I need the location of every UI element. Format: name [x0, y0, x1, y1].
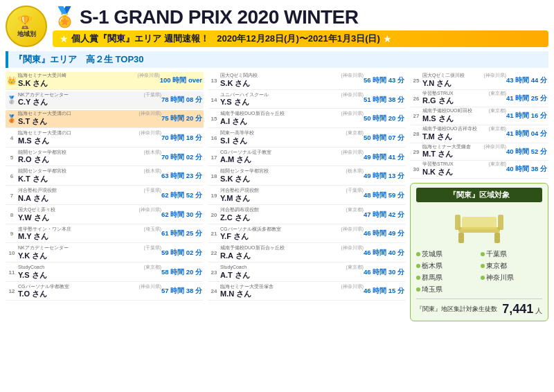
prefecture-label: (神奈川県) [341, 111, 364, 116]
time-display: 59 時間 02 分 [161, 249, 202, 258]
student-name: Y.N さん [422, 78, 506, 89]
time-display: 62 時間 30 分 [161, 211, 202, 220]
total-label: 『関東』地区集計対象生徒数 [416, 305, 497, 314]
table-row: 5能開センター学都宮校(栃木県)R.O さん70 時間 02 分 [6, 149, 204, 167]
rank-info: 城南予備校DUO新百合ヶ丘校(神奈川県)A.I さん [219, 111, 364, 127]
kanto-label: 関東 [456, 190, 472, 199]
rank-info: 関東一高等学校(東京都)S.I さん [219, 130, 364, 146]
school-name: 国大Qゼミ関内校(神奈川県) [220, 73, 364, 78]
school-name: StudyCoach(東京都) [220, 265, 364, 270]
main-title: S-1 GRAND PRIX 2020 WINTER [80, 6, 358, 28]
rank-info: 臨海セミナー大受鎌倉(神奈川県)M.T さん [421, 144, 506, 160]
rank-info: 城南予備校DUO吉祥寺校(東京都)T.M さん [421, 126, 506, 142]
prefecture-grid: 茨城県 千葉県 栃木県 東京都 群馬県 神奈川県 埼玉県 [416, 249, 542, 294]
rank-info: NKアカデミーセンター(千葉県)Y.K さん [17, 245, 161, 261]
student-name: C.Y さん [18, 97, 161, 107]
header: 🏆 地域別 🏅 S-1 GRAND PRIX 2020 WINTER ★ 個人賞… [6, 6, 548, 47]
school-name: CGパーソナル学都教室(神奈川県) [18, 284, 161, 289]
time-display: 70 時間 18 分 [161, 134, 202, 143]
table-row: 12CGパーソナル学都教室(神奈川県)T.O さん57 時間 38 分 [6, 283, 204, 301]
school-name: 国大Qゼミ二俣川校(神奈川県) [422, 73, 506, 78]
rank-number: 22 [209, 250, 219, 256]
school-name: 能開センター学都宮校(栃木県) [18, 150, 161, 155]
table-row: 16関東一高等学校(東京都)S.I さん50 時間 07 分 [208, 130, 406, 148]
rank-number: 10 [7, 250, 17, 256]
school-name: 進学塾サイン・ワン本庄(埼玉県) [18, 226, 161, 232]
student-name: R.G さん [422, 96, 506, 106]
table-row: 9進学塾サイン・ワン本庄(埼玉県)M.Y さん61 時間 25 分 [6, 226, 204, 244]
time-display: 70 時間 02 分 [161, 153, 202, 162]
time-display: 50 時間 20 分 [364, 114, 404, 123]
time-display: 49 時間 13 分 [364, 172, 404, 181]
table-row: 7河合塾松戸現役館(千葉県)N.A さん62 時間 52 分 [6, 187, 204, 205]
rank-number: 5 [7, 154, 17, 161]
rank-info: 臨海セミナー大受笹塚舎(神奈川県)M.N さん [219, 284, 364, 300]
rank-info: 学習塾STRUX(東京都)R.G さん [421, 91, 506, 107]
school-name: 能開センター学都宮校(栃木県) [220, 168, 364, 174]
rank-info: ユニバーハイスクール(神奈川県)Y.S さん [219, 92, 364, 108]
school-name: CGパーソナル横浜多都教室(神奈川県) [220, 226, 364, 232]
student-name: A.T さん [220, 270, 364, 280]
pref-gunma: 群馬県 [416, 273, 479, 283]
table-row: 22城南予備校DUO新百合ヶ丘校(神奈川県)R.A さん46 時間 40 分 [208, 244, 406, 262]
time-display: 46 時間 30 分 [364, 268, 404, 277]
prefecture-label: (東京都) [489, 126, 506, 132]
svg-rect-2 [458, 233, 464, 243]
school-name: NKアカデミーセンター(千葉県) [18, 92, 161, 98]
student-name: N.A さん [18, 193, 161, 204]
prefecture-label: (神奈川県) [484, 73, 506, 78]
rank-info: CGパーソナル横浜多都教室(神奈川県)Y.F さん [219, 226, 364, 242]
rank-number: 7 [7, 193, 17, 199]
prefecture-label: (栃木県) [144, 168, 161, 174]
school-name: 城南予備校DUO吉祥寺校(東京都) [422, 126, 506, 132]
time-display: 43 時間 44 分 [506, 76, 547, 85]
star-left: ★ [60, 33, 69, 44]
school-name: 能開センター学都宮校(栃木県) [18, 168, 161, 174]
rank-number: 🥈 [7, 96, 17, 105]
rank-number: 26 [411, 96, 421, 102]
table-row: 19河合塾松戸現役館(千葉県)Y.M さん48 時間 59 分 [208, 187, 406, 205]
column-2: 13国大Qゼミ関内校(神奈川県)S.K さん56 時間 43 分14ユニバーハイ… [208, 72, 406, 321]
prefecture-label: (栃木県) [346, 168, 364, 174]
school-name: 城南予備校DUO町田校(東京都) [422, 108, 506, 114]
school-name: StudyCoach(東京都) [18, 265, 161, 270]
time-display: 56 時間 43 分 [364, 76, 404, 85]
pref-ibaraki: 茨城県 [416, 249, 479, 259]
rank-number: 29 [411, 149, 421, 155]
rank-info: 城南予備校DUO町田校(東京都)M.S さん [421, 108, 506, 124]
rank-number: 👑 [7, 76, 17, 85]
region-box-title: 『関東』区域対象 [416, 188, 542, 202]
time-display: 40 時間 52 分 [506, 148, 547, 157]
time-display: 75 時間 20 分 [161, 114, 202, 123]
prefecture-label: (栃木県) [144, 150, 161, 155]
region-badge: 🏆 地域別 [6, 6, 47, 47]
table-row: 17CGパーソナル逗子教室(神奈川県)A.M さん49 時間 41 分 [208, 149, 406, 167]
svg-rect-1 [462, 217, 497, 229]
prefecture-label: (東京都) [346, 130, 364, 136]
prefecture-label: (神奈川県) [341, 245, 364, 251]
table-row: 28城南予備校DUO吉祥寺校(東京都)T.M さん41 時間 04 分 [410, 125, 548, 143]
time-display: 46 時間 15 分 [364, 287, 404, 296]
rank-number: 21 [209, 231, 219, 237]
school-name: NKアカデミーセンター(千葉県) [18, 245, 161, 251]
time-display: 46 時間 40 分 [364, 249, 404, 258]
table-row: 👑臨海セミナー大受川崎(神奈川県)S.K さん100 時間 over [6, 72, 204, 90]
rank-number: 30 [411, 166, 421, 172]
column-3: 25国大Qゼミ二俣川校(神奈川県)Y.N さん43 時間 44 分26学習塾ST… [410, 72, 548, 321]
student-name: M.Y さん [18, 231, 161, 242]
rank-number: 12 [7, 288, 17, 294]
table-row: 6能開センター学都宮校(栃木県)K.T さん63 時間 23 分 [6, 168, 204, 186]
table-row: 14ユニバーハイスクール(神奈川県)Y.S さん51 時間 38 分 [208, 91, 406, 109]
time-display: 58 時間 20 分 [161, 268, 202, 277]
student-name: S.K さん [18, 78, 160, 89]
student-name: A.M さん [220, 154, 364, 165]
rank-info: 能開センター学都宮校(栃木県)S.K さん [219, 168, 364, 184]
time-display: 62 時間 52 分 [161, 191, 202, 200]
rank-info: 国大Qゼミ関内校(神奈川県)S.K さん [219, 73, 364, 89]
student-name: Y.S さん [220, 97, 364, 107]
student-name: T.O さん [18, 289, 161, 299]
table-row: 🥉臨海セミナー大受溝の口(神奈川県)S.T さん75 時間 20 分 [6, 110, 204, 128]
prefecture-label: (神奈川県) [341, 226, 364, 232]
total-line: 『関東』地区集計対象生徒数 7,441 人 [416, 299, 542, 317]
rank-number: 13 [209, 78, 219, 84]
